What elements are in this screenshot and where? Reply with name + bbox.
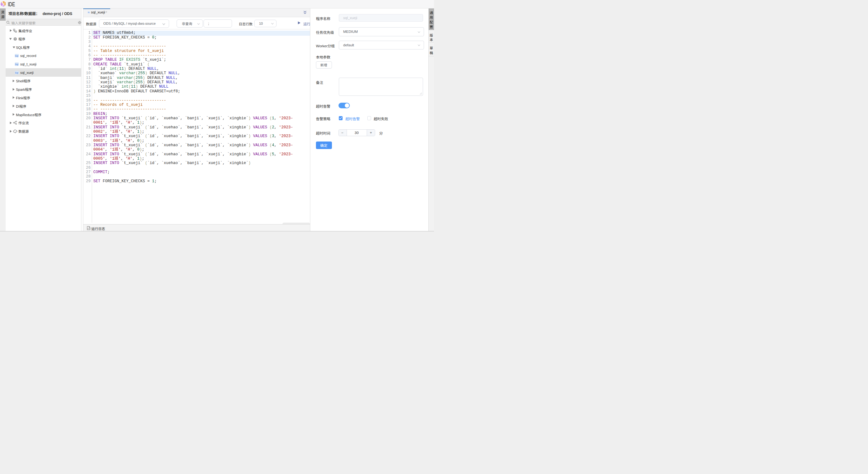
svg-text:LOG: LOG	[87, 228, 91, 229]
